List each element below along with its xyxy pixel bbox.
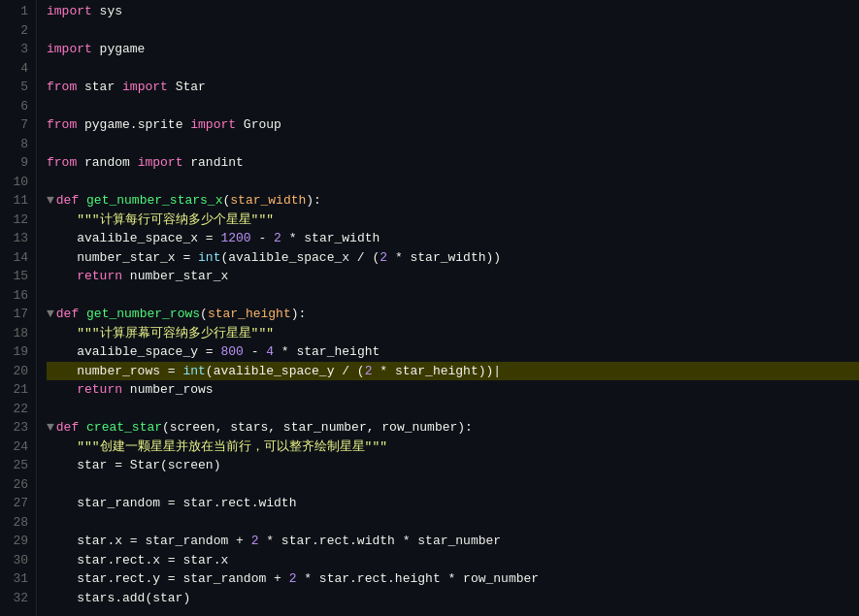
code-token: sys [92, 4, 122, 18]
code-token: get_number_stars_x [86, 193, 222, 208]
code-token: import [47, 42, 92, 56]
code-token: randint [182, 155, 243, 170]
line-number: 13 [4, 229, 28, 248]
code-token: from [47, 80, 77, 94]
code-line: ▼def creat_star(screen, stars, star_numb… [47, 418, 859, 438]
code-line: star_random = star.rect.width [47, 494, 859, 513]
code-token: creat_star [86, 420, 162, 435]
line-number: 20 [4, 362, 28, 381]
code-token: Star [168, 80, 206, 94]
line-number: 12 [4, 211, 28, 230]
code-line [47, 21, 859, 41]
code-line [47, 135, 859, 154]
code-token: 2 [380, 250, 387, 265]
code-line: return number_rows [47, 380, 859, 400]
code-line: """计算屏幕可容纳多少行星星""" [47, 324, 859, 343]
code-token: (avalible_space_x / ( [220, 250, 380, 265]
code-token: from [47, 117, 77, 132]
line-number: 27 [4, 494, 28, 513]
code-token: star.rect.x = star.x [47, 553, 228, 567]
line-number: 1 [4, 2, 28, 21]
code-line: star.x = star_random + 2 * star.rect.wid… [47, 532, 859, 551]
line-number: 23 [4, 418, 28, 438]
line-number: 8 [4, 135, 28, 154]
code-token: int [182, 364, 205, 378]
code-token: * star_width [281, 231, 380, 245]
line-number: 31 [4, 569, 28, 589]
line-number: 22 [4, 400, 28, 419]
code-token: 2 [274, 231, 281, 245]
code-line [47, 59, 859, 79]
code-line: import sys [47, 2, 859, 21]
code-token: import [47, 4, 92, 18]
code-token: avalible_space_y = [47, 344, 220, 359]
code-token: (avalible_space_y / ( [206, 364, 365, 378]
line-number: 11 [4, 191, 28, 211]
line-number: 16 [4, 286, 28, 306]
code-token: number_star_x [122, 269, 228, 283]
code-line: """计算每行可容纳多少个星星""" [47, 211, 859, 230]
code-token: Group [236, 117, 281, 132]
code-token: stars.add(star) [47, 591, 190, 605]
line-numbers: 1234567891011121314151617181920212223242… [0, 0, 37, 616]
code-token: star_width [230, 193, 306, 208]
code-token: """计算屏幕可容纳多少行星星""" [47, 326, 274, 340]
code-line: avalible_space_y = 800 - 4 * star_height [47, 342, 859, 362]
code-token [47, 382, 77, 397]
code-token: * star_height))| [372, 364, 501, 378]
line-number: 2 [4, 21, 28, 41]
code-line: ▼def get_number_rows(star_height): [47, 305, 859, 324]
code-token: pygame [92, 42, 146, 56]
code-token: ): [306, 193, 321, 208]
code-token: pygame.sprite [77, 117, 190, 132]
code-token: return [77, 382, 122, 397]
code-token: * star_height [274, 344, 380, 359]
code-token: star_random = star.rect.width [47, 496, 296, 510]
line-number: 17 [4, 305, 28, 324]
code-token: star.rect.y = star_random + [47, 571, 289, 586]
code-token: ( [200, 307, 208, 321]
code-line: from pygame.sprite import Group [47, 115, 859, 135]
code-line [47, 173, 859, 192]
code-token: return [77, 269, 122, 283]
code-line: import pygame [47, 40, 859, 59]
code-token: import [138, 155, 183, 170]
code-token: avalible_space_x = [47, 231, 220, 245]
code-line [47, 475, 859, 495]
code-token: def [56, 193, 79, 208]
line-number: 10 [4, 173, 28, 192]
code-token [79, 420, 86, 435]
code-token: get_number_rows [86, 307, 200, 321]
code-line: stars.add(star) [47, 589, 859, 608]
code-line: star.rect.x = star.x [47, 551, 859, 570]
code-line: star.rect.y = star_random + 2 * star.rec… [47, 569, 859, 589]
line-number: 28 [4, 513, 28, 533]
code-content[interactable]: import sys import pygame from star impor… [37, 0, 859, 616]
code-token: star = Star(screen) [47, 458, 220, 472]
line-number: 26 [4, 475, 28, 495]
line-number: 15 [4, 267, 28, 286]
code-token: """计算每行可容纳多少个星星""" [47, 212, 274, 227]
code-token [79, 193, 86, 208]
code-token: def [56, 307, 79, 321]
code-token: star_height [208, 307, 291, 321]
code-token: number_rows [122, 382, 214, 397]
line-number: 5 [4, 78, 28, 97]
code-line [47, 286, 859, 306]
line-number: 18 [4, 324, 28, 343]
code-line: from star import Star [47, 78, 859, 97]
code-token: * star.rect.height * row_number [296, 571, 539, 586]
code-token: number_rows = [47, 364, 182, 378]
code-token: import [122, 80, 168, 94]
code-token [47, 269, 77, 283]
code-token: ▼ [47, 307, 54, 321]
code-token: - [244, 344, 266, 359]
line-number: 32 [4, 589, 28, 608]
code-token: - [251, 231, 274, 245]
code-token: star.x = star_random + [47, 534, 251, 548]
code-token: ▼ [47, 420, 54, 435]
line-number: 24 [4, 438, 28, 457]
line-number: 30 [4, 551, 28, 570]
line-number: 7 [4, 115, 28, 135]
code-token: star [77, 80, 122, 94]
